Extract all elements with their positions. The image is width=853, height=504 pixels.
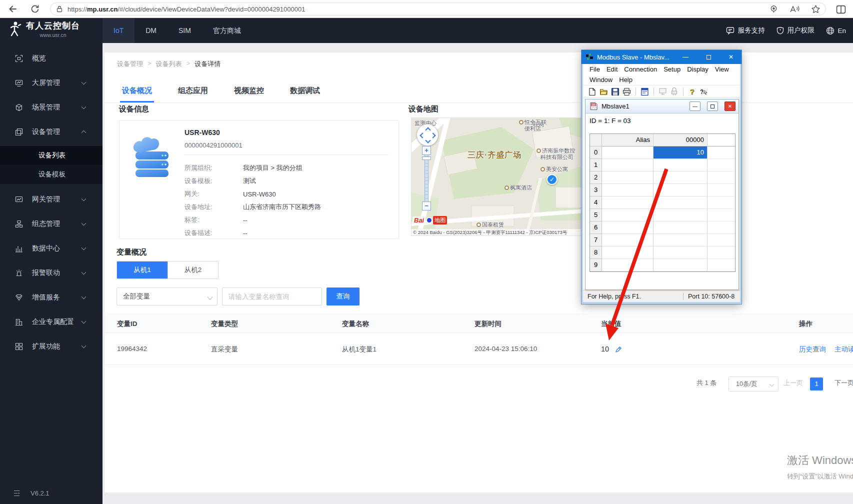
sidebar-item-企业专属配置[interactable]: 企业专属配置 bbox=[0, 310, 102, 334]
permission-link[interactable]: 用户权限 bbox=[776, 26, 814, 35]
location-icon[interactable] bbox=[769, 4, 778, 14]
map-zoom-out-button[interactable]: − bbox=[422, 202, 431, 210]
sidebar-item-扩展功能[interactable]: 扩展功能 bbox=[0, 334, 102, 358]
variable-search-input[interactable] bbox=[222, 288, 322, 306]
address-bar[interactable]: https://mp.usr.cn/#/cloud/device/ViewDev… bbox=[50, 2, 826, 16]
menu-File[interactable]: File bbox=[590, 66, 600, 73]
favorites-star-icon[interactable] bbox=[811, 4, 820, 14]
sidebar-item-数据中心[interactable]: 数据中心 bbox=[0, 236, 102, 260]
alias-cell[interactable] bbox=[602, 209, 654, 222]
context-help-icon[interactable]: ? bbox=[700, 88, 708, 96]
map-pan-control[interactable] bbox=[416, 124, 438, 146]
poll-definition-icon[interactable] bbox=[658, 88, 667, 96]
alias-cell[interactable] bbox=[602, 196, 654, 209]
open-folder-icon[interactable] bbox=[600, 88, 608, 96]
sidebar-item-组态管理[interactable]: 组态管理 bbox=[0, 212, 102, 236]
help-icon[interactable]: ? bbox=[688, 88, 696, 96]
nav-IoT[interactable]: IoT bbox=[102, 18, 134, 43]
close-button[interactable]: ✕ bbox=[724, 50, 738, 64]
refresh-icon[interactable] bbox=[30, 4, 40, 14]
tab-slave2[interactable]: 从机2 bbox=[168, 262, 218, 278]
menu-Display[interactable]: Display bbox=[687, 66, 708, 73]
modbus-titlebar[interactable]: Modbus Slave - Mbslav... — ✕ bbox=[582, 50, 742, 64]
tab-组态应用[interactable]: 组态应用 bbox=[178, 80, 208, 102]
alias-cell[interactable] bbox=[602, 222, 654, 234]
register-value-cell[interactable] bbox=[654, 234, 708, 246]
alias-cell[interactable] bbox=[602, 259, 654, 272]
tab-视频监控[interactable]: 视频监控 bbox=[234, 80, 264, 102]
device-map[interactable]: 监测中心联网恒全互联便利店三庆·齐盛广场济南振华数控科技有限公司美安公寓枫寓酒店… bbox=[411, 118, 584, 236]
support-link[interactable]: 服务支持 bbox=[726, 26, 764, 35]
map-zoom-in-button[interactable]: + bbox=[422, 146, 431, 155]
alias-cell[interactable] bbox=[602, 146, 654, 159]
menu-Connection[interactable]: Connection bbox=[624, 66, 657, 73]
sidebar-item-网关管理[interactable]: 网关管理 bbox=[0, 187, 102, 212]
menu-Edit[interactable]: Edit bbox=[606, 66, 618, 73]
document-titlebar[interactable]: DOC Mbslave1 — ✕ bbox=[586, 100, 738, 114]
alias-cell[interactable] bbox=[602, 184, 654, 196]
register-value-cell[interactable] bbox=[654, 209, 708, 222]
register-value-cell[interactable] bbox=[654, 259, 708, 272]
sidebar-item-增值服务[interactable]: 增值服务 bbox=[0, 285, 102, 310]
register-value-cell[interactable] bbox=[654, 222, 708, 234]
prev-page-button[interactable]: 上一页 bbox=[784, 378, 803, 388]
communication-icon[interactable] bbox=[670, 88, 678, 96]
alias-cell[interactable] bbox=[602, 234, 654, 246]
variable-filter-select[interactable]: 全部变量 bbox=[116, 288, 218, 306]
back-icon[interactable] bbox=[8, 4, 18, 14]
edit-value-icon[interactable] bbox=[614, 346, 622, 354]
nav-官方商城[interactable]: 官方商城 bbox=[202, 18, 252, 43]
register-column-header[interactable]: 00000 bbox=[654, 134, 708, 146]
modbus-slave-window[interactable]: Modbus Slave - Mbslav... — ✕ FileEditCon… bbox=[582, 50, 742, 304]
alias-cell[interactable] bbox=[602, 246, 654, 259]
menu-Setup[interactable]: Setup bbox=[664, 66, 680, 73]
nav-DM[interactable]: DM bbox=[134, 18, 168, 43]
doc-close-button[interactable]: ✕ bbox=[724, 102, 736, 111]
sidebar-item-概览[interactable]: 概览 bbox=[0, 46, 102, 70]
next-page-button[interactable]: 下一页 bbox=[834, 378, 853, 388]
sidebar-item-场景管理[interactable]: 场景管理 bbox=[0, 95, 102, 120]
sidebar-subitem-设备列表[interactable]: 设备列表 bbox=[0, 146, 102, 165]
logo[interactable]: 有人云控制台 www.usr.cn bbox=[7, 20, 80, 38]
alias-cell[interactable] bbox=[602, 172, 654, 184]
new-file-icon[interactable] bbox=[588, 88, 596, 96]
current-page-button[interactable]: 1 bbox=[810, 378, 823, 390]
alias-header[interactable]: Alias bbox=[602, 134, 654, 146]
read-aloud-icon[interactable] bbox=[790, 4, 800, 14]
sidebar-item-设备管理[interactable]: 设备管理 bbox=[0, 120, 102, 144]
menu-Help[interactable]: Help bbox=[619, 76, 632, 84]
alias-cell[interactable] bbox=[602, 159, 654, 172]
register-value-cell[interactable] bbox=[654, 172, 708, 184]
register-value-cell[interactable] bbox=[654, 184, 708, 196]
search-button[interactable]: 查询 bbox=[326, 288, 360, 306]
sidebar-item-报警联动[interactable]: 报警联动 bbox=[0, 260, 102, 285]
menu-View[interactable]: View bbox=[715, 66, 729, 73]
language-switch[interactable]: En bbox=[826, 26, 846, 35]
minimize-button[interactable]: — bbox=[678, 50, 693, 64]
map-zoom-handle[interactable] bbox=[422, 156, 431, 160]
doc-maximize-button[interactable] bbox=[707, 102, 718, 111]
tab-slave1[interactable]: 从机1 bbox=[117, 262, 168, 278]
tab-数据调试[interactable]: 数据调试 bbox=[290, 80, 320, 102]
history-query-link[interactable]: 历史查询 bbox=[799, 345, 826, 354]
breadcrumb-item-设备管理[interactable]: 设备管理 bbox=[117, 60, 143, 68]
register-value-cell[interactable] bbox=[654, 246, 708, 259]
page-size-select[interactable]: 10条/页 bbox=[728, 376, 778, 392]
breadcrumb-item-设备列表[interactable]: 设备列表 bbox=[156, 60, 182, 68]
sidebar-item-大屏管理[interactable]: 大屏管理 bbox=[0, 70, 102, 95]
mbslave1-document-window[interactable]: DOC Mbslave1 — ✕ ID = 1: F = 03 Alias 00… bbox=[585, 99, 739, 290]
display-settings-icon[interactable] bbox=[640, 88, 649, 96]
doc-minimize-button[interactable]: — bbox=[690, 102, 700, 111]
register-value-cell[interactable] bbox=[654, 159, 708, 172]
sidebar-subitem-设备模板[interactable]: 设备模板 bbox=[0, 165, 102, 184]
register-value-cell[interactable]: 10 bbox=[654, 146, 708, 159]
split-screen-icon[interactable] bbox=[836, 4, 846, 14]
menu-Window[interactable]: Window bbox=[590, 76, 612, 84]
device-location-marker[interactable]: ✓ bbox=[546, 174, 558, 185]
nav-SIM[interactable]: SIM bbox=[168, 18, 202, 43]
print-icon[interactable] bbox=[622, 88, 631, 96]
save-icon[interactable] bbox=[611, 88, 620, 96]
maximize-button[interactable] bbox=[701, 50, 716, 64]
register-value-cell[interactable] bbox=[654, 196, 708, 209]
tab-设备概况[interactable]: 设备概况 bbox=[122, 80, 152, 102]
